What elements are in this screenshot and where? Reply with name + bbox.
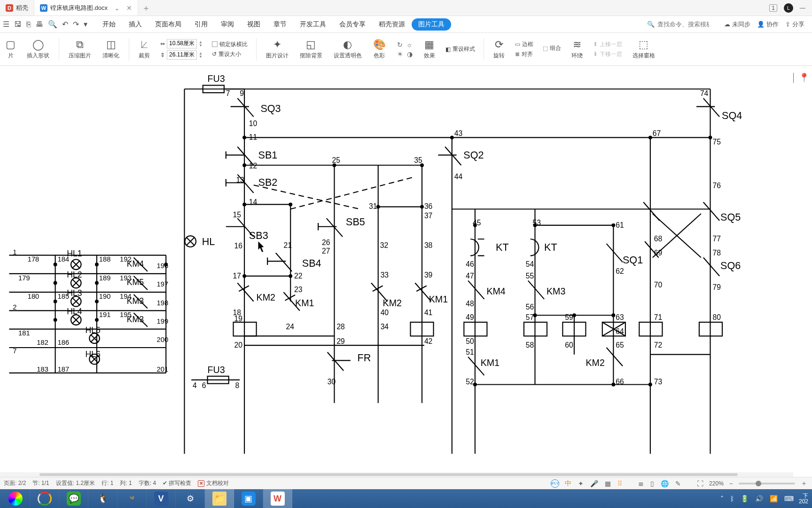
tray-battery-icon[interactable]: 🔋: [739, 495, 750, 502]
status-words[interactable]: 字数: 4: [139, 479, 156, 487]
sun-icon[interactable]: ☀: [396, 50, 404, 58]
dropdown-icon[interactable]: ⌄: [114, 4, 120, 12]
tray-clock[interactable]: 下 202: [799, 493, 808, 504]
status-col[interactable]: 列: 1: [120, 479, 132, 487]
horizontal-scrollbar[interactable]: [0, 472, 793, 477]
rotate-cw-icon[interactable]: ↻: [396, 41, 404, 48]
scrollbar-thumb[interactable]: [39, 473, 737, 476]
taskbar-chrome[interactable]: [30, 489, 59, 508]
circuit-diagram-image[interactable]: FU3 7 9 SQ3 10 11 43 SQ2 44: [0, 71, 793, 472]
minimize-icon[interactable]: —: [800, 5, 805, 11]
height-input[interactable]: [167, 50, 197, 60]
sync-button[interactable]: ☁未同步: [724, 20, 750, 29]
tray-up-icon[interactable]: ˄: [719, 495, 725, 502]
menu-icon[interactable]: ☰: [3, 20, 9, 29]
ribbon-crop[interactable]: ⟀裁剪: [135, 33, 154, 65]
search-input[interactable]: [657, 21, 709, 28]
menu-layout[interactable]: 页面布局: [148, 17, 188, 32]
apps-icon[interactable]: ⠿: [617, 480, 623, 487]
menu-resource[interactable]: 稻壳资源: [372, 17, 412, 32]
lock-ratio-checkbox[interactable]: 锁定纵横比: [212, 40, 248, 48]
menu-chapter[interactable]: 章节: [267, 17, 293, 32]
new-tab-button[interactable]: ＋: [138, 0, 154, 16]
ribbon-pian[interactable]: ▢片: [2, 33, 19, 65]
close-icon[interactable]: ✕: [126, 4, 132, 12]
document-canvas[interactable]: │ 📍 FU3 7 9 SQ3 10 11: [0, 66, 812, 477]
status-spell[interactable]: ✔ 拼写检查: [163, 479, 191, 487]
taskbar-qq[interactable]: 🐧: [88, 489, 117, 508]
brightness-icon[interactable]: ☼: [406, 41, 414, 48]
share-button[interactable]: ⇪分享: [785, 20, 804, 29]
menu-dev[interactable]: 开发工具: [293, 17, 333, 32]
taskbar-explorer[interactable]: 📁: [205, 489, 234, 508]
grid-view-icon[interactable]: ▦: [604, 480, 612, 487]
menu-picture-tools[interactable]: 图片工具: [412, 18, 451, 31]
sparkle-icon[interactable]: ✦: [577, 480, 585, 487]
ribbon-clarity[interactable]: ◫清晰化: [99, 33, 123, 65]
taskbar-browser2[interactable]: ༄: [117, 489, 147, 508]
align-button[interactable]: ≣对齐: [515, 50, 533, 58]
status-proof[interactable]: ✕ 文档校对: [198, 479, 228, 487]
lang-icon[interactable]: 中: [564, 479, 572, 488]
web-view-icon[interactable]: 🌐: [660, 480, 670, 487]
ribbon-color[interactable]: 🎨色彩: [369, 33, 390, 65]
ribbon-wrap[interactable]: ≋环绕: [568, 33, 586, 65]
menu-reference[interactable]: 引用: [188, 17, 214, 32]
status-section[interactable]: 节: 1/1: [32, 479, 49, 487]
border-button[interactable]: ▭边框: [515, 40, 533, 48]
width-spinner[interactable]: ▲▼: [199, 40, 203, 47]
taskbar-visio[interactable]: V: [147, 489, 176, 508]
avatar[interactable]: L: [784, 3, 793, 13]
zoom-knob[interactable]: [756, 481, 761, 486]
move-down-button[interactable]: ⬇下移一层: [593, 50, 622, 58]
tray-volume-icon[interactable]: 🔊: [754, 495, 765, 502]
edit-icon[interactable]: ✎: [674, 480, 682, 487]
outline-view-icon[interactable]: ≣: [637, 480, 645, 487]
fit-width-icon[interactable]: ⛶: [696, 480, 704, 487]
tray-input-icon[interactable]: ⌨: [783, 495, 795, 502]
status-row[interactable]: 行: 1: [102, 479, 113, 487]
status-page[interactable]: 页面: 2/2: [4, 479, 26, 487]
ribbon-effect[interactable]: ▦效果: [420, 33, 439, 65]
ribbon-rotate[interactable]: ⟳旋转: [490, 33, 508, 65]
reset-size-button[interactable]: ↺重设大小: [212, 50, 248, 58]
read-view-icon[interactable]: ▯: [649, 480, 655, 487]
ribbon-remove-bg[interactable]: ◱抠除背景: [296, 33, 326, 65]
group-button[interactable]: ⬚组合: [543, 44, 561, 52]
qat-dropdown-icon[interactable]: ▾: [84, 20, 87, 29]
ribbon-pic-design[interactable]: ✦图片设计: [262, 33, 292, 65]
width-input[interactable]: [167, 39, 197, 48]
zoom-in-icon[interactable]: ＋: [800, 479, 808, 488]
print-icon[interactable]: 🖶: [36, 20, 43, 29]
menu-start[interactable]: 开始: [96, 17, 122, 32]
new-icon[interactable]: ⎘: [26, 20, 31, 29]
taskbar-meeting[interactable]: ▣: [234, 489, 263, 508]
mic-icon[interactable]: 🎤: [589, 480, 599, 487]
tab-document[interactable]: W 镗床铣床电路图.docx ⌄ ✕: [34, 0, 138, 16]
taskbar-start[interactable]: [1, 489, 30, 508]
taskbar-wechat[interactable]: 💬: [59, 489, 88, 508]
height-spinner[interactable]: ▲▼: [199, 52, 203, 58]
ribbon-compress[interactable]: ⧉压缩图片: [65, 33, 95, 65]
preview-icon[interactable]: 🔍: [48, 20, 57, 29]
coop-button[interactable]: 👤协作: [757, 20, 779, 29]
zoom-slider[interactable]: [739, 483, 795, 484]
move-up-button[interactable]: ⬆上移一层: [593, 40, 622, 48]
menu-view[interactable]: 视图: [241, 17, 267, 32]
undo-icon[interactable]: ↶: [62, 20, 68, 29]
zoom-out-icon[interactable]: −: [728, 480, 734, 487]
ifly-icon[interactable]: iFLY: [551, 479, 559, 488]
zoom-label[interactable]: 220%: [709, 480, 724, 487]
menu-review[interactable]: 审阅: [214, 17, 241, 32]
command-search[interactable]: 🔍: [647, 21, 718, 28]
taskbar-wps[interactable]: W: [263, 489, 292, 508]
status-indent[interactable]: 设置值: 1.2厘米: [56, 479, 95, 487]
ribbon-select-pane[interactable]: ⬚选择窗格: [629, 33, 659, 65]
bookmark-icon[interactable]: │ 📍: [791, 72, 809, 83]
tab-home[interactable]: D 稻壳: [0, 0, 34, 16]
contrast-icon[interactable]: ◑: [406, 50, 414, 58]
save-icon[interactable]: 🖫: [14, 20, 22, 29]
taskbar-app1[interactable]: ⚙: [176, 489, 205, 508]
tray-bt-icon[interactable]: ᛒ: [729, 495, 735, 502]
ribbon-transparent[interactable]: ◐设置透明色: [330, 33, 366, 65]
